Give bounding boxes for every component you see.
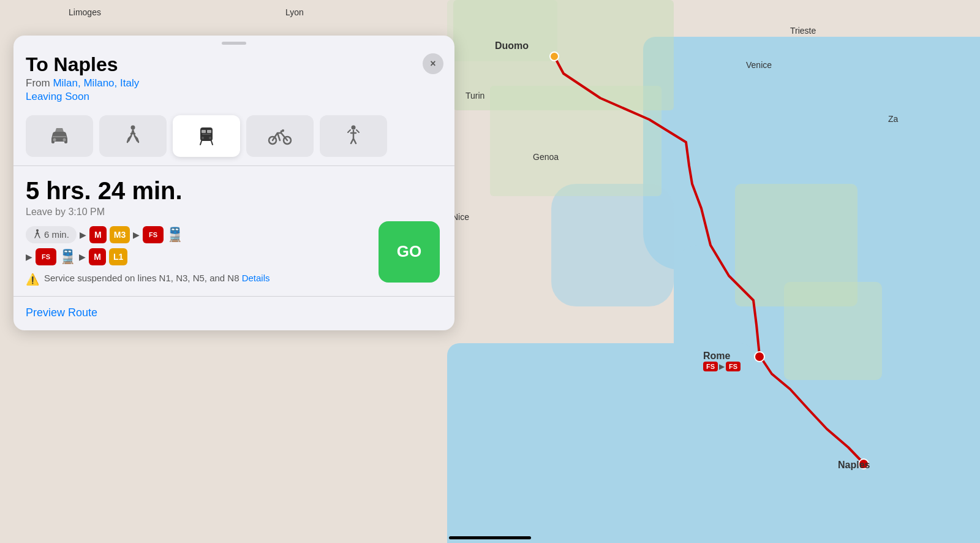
svg-point-14 bbox=[282, 129, 284, 132]
walk-icon bbox=[124, 125, 141, 147]
map-label-nice: Nice bbox=[452, 212, 469, 222]
arrow-4: ▶ bbox=[79, 252, 86, 262]
arrow-1: ▶ bbox=[80, 230, 86, 240]
svg-point-3 bbox=[53, 138, 56, 141]
map-label-lyon: Lyon bbox=[285, 7, 304, 17]
svg-point-15 bbox=[352, 125, 356, 129]
svg-text:FS: FS bbox=[42, 253, 50, 260]
warning-text: Service suspended on lines N1, N3, N5, a… bbox=[44, 272, 270, 284]
fs-logo-1: FS bbox=[147, 229, 159, 240]
svg-point-9 bbox=[202, 137, 204, 139]
map-label-trieste: Trieste bbox=[790, 26, 816, 36]
walk-step: 6 min. bbox=[26, 226, 77, 243]
rideshare-icon bbox=[345, 125, 362, 147]
destination-title: To Naples bbox=[26, 53, 442, 76]
svg-text:FS: FS bbox=[149, 231, 157, 238]
map-label-turin: Turin bbox=[466, 91, 484, 101]
badge-metro-m: M bbox=[89, 226, 107, 243]
leave-by: Leave by 3:10 PM bbox=[26, 207, 442, 218]
map-label-genoa: Genoa bbox=[533, 152, 559, 162]
svg-point-10 bbox=[209, 137, 211, 139]
svg-rect-11 bbox=[202, 134, 211, 135]
service-warning: ⚠️ Service suspended on lines N1, N3, N5… bbox=[26, 272, 379, 287]
transport-mode-selector bbox=[13, 109, 454, 165]
route-duration: 5 hrs. 24 min. bbox=[26, 177, 442, 204]
transport-car[interactable] bbox=[26, 115, 93, 157]
origin-link[interactable]: Milan, Milano, Italy bbox=[53, 77, 139, 89]
warning-details-link[interactable]: Details bbox=[242, 273, 270, 283]
bike-icon bbox=[268, 127, 292, 145]
badge-metro-m3: M3 bbox=[110, 226, 130, 243]
badge-metro-l1: L1 bbox=[109, 248, 127, 265]
from-prefix: From bbox=[26, 77, 53, 89]
close-button[interactable]: × bbox=[423, 53, 443, 74]
svg-rect-7 bbox=[202, 130, 206, 133]
map-label-za: Za bbox=[888, 114, 898, 124]
transport-bike[interactable] bbox=[246, 115, 314, 157]
svg-point-4 bbox=[63, 138, 66, 141]
map-label-limoges: Limoges bbox=[69, 7, 101, 17]
steps-and-go: 6 min. ▶ M M3 ▶ FS 🚆 ▶ bbox=[26, 226, 442, 265]
train-icon-2: 🚆 bbox=[59, 249, 76, 265]
badge-fs-2: FS bbox=[36, 248, 56, 265]
transport-rideshare[interactable] bbox=[320, 115, 387, 157]
svg-rect-8 bbox=[207, 130, 211, 133]
leaving-soon[interactable]: Leaving Soon bbox=[26, 91, 442, 103]
transport-walk[interactable] bbox=[99, 115, 167, 157]
car-icon bbox=[48, 126, 70, 146]
go-button[interactable]: GO bbox=[379, 221, 440, 283]
panel-header: To Naples From Milan, Milano, Italy Leav… bbox=[13, 45, 454, 109]
map-label-naples: Naples bbox=[838, 460, 870, 471]
transport-transit[interactable] bbox=[173, 115, 240, 157]
map-label-venice: Venice bbox=[746, 60, 772, 70]
fs-logo-2: FS bbox=[40, 251, 52, 262]
transit-icon bbox=[195, 125, 217, 147]
warning-icon: ⚠️ bbox=[26, 272, 39, 287]
badge-metro-m2: M bbox=[89, 248, 106, 265]
home-indicator[interactable] bbox=[449, 536, 531, 539]
map-label-rome: Rome bbox=[703, 351, 730, 362]
preview-route-link[interactable]: Preview Route bbox=[13, 297, 454, 330]
arrow-2: ▶ bbox=[133, 230, 140, 240]
origin-subtitle: From Milan, Milano, Italy bbox=[26, 77, 442, 89]
badge-fs-1: FS bbox=[143, 226, 164, 243]
walk-small-icon bbox=[33, 229, 42, 240]
svg-point-5 bbox=[131, 125, 135, 129]
train-icon-1: 🚆 bbox=[167, 227, 183, 243]
rome-transit-badges: FS ▶ FS bbox=[703, 362, 741, 371]
directions-panel: To Naples From Milan, Milano, Italy Leav… bbox=[13, 36, 454, 330]
arrow-3: ▶ bbox=[26, 252, 32, 262]
route-info: 5 hrs. 24 min. Leave by 3:10 PM 6 min. ▶… bbox=[13, 166, 454, 296]
map-label-duomo: Duomo bbox=[495, 40, 529, 51]
